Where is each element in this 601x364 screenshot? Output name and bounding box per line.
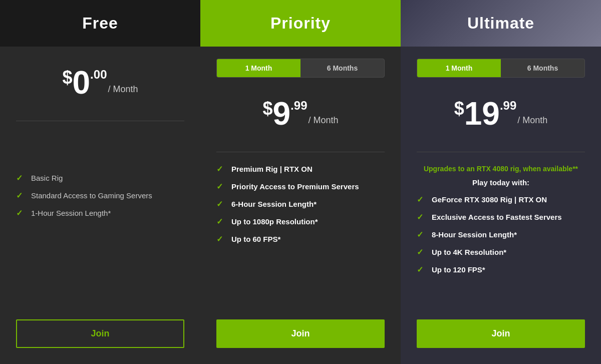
ultimate-plan-title: Ultimate xyxy=(467,14,534,32)
ultimate-price-section: $ 19 .99 / Month xyxy=(417,90,585,138)
free-price-main: 0 xyxy=(73,67,91,99)
check-icon: ✓ xyxy=(417,212,426,222)
priority-billing-toggle: 1 Month 6 Months xyxy=(216,59,385,78)
feature-text: 8-Hour Session Length* xyxy=(432,230,517,239)
plans-container: Free $ 0 .00 / Month ✓ Basic Rig ✓ xyxy=(0,0,601,364)
free-plan-header: Free xyxy=(0,0,200,47)
play-today-label: Play today with: xyxy=(417,178,585,187)
list-item: ✓ 1-Hour Session Length* xyxy=(16,208,184,218)
plan-ultimate: Ultimate 1 Month 6 Months $ 19 .99 / Mon… xyxy=(401,0,601,364)
list-item: ✓ Up to 60 FPS* xyxy=(216,234,385,244)
priority-price-display: $ 9 .99 / Month xyxy=(216,98,385,130)
free-plan-title: Free xyxy=(82,14,118,32)
priority-plan-header: Priority xyxy=(200,0,401,47)
ultimate-price-main: 19 xyxy=(464,98,500,130)
check-icon: ✓ xyxy=(216,182,225,191)
priority-divider xyxy=(216,152,385,152)
list-item: ✓ 8-Hour Session Length* xyxy=(417,230,585,239)
feature-text: Standard Access to Gaming Servers xyxy=(31,191,152,200)
plan-priority: Priority 1 Month 6 Months $ 9 .99 / Mont… xyxy=(200,0,401,364)
free-price-dollar: $ xyxy=(62,69,72,87)
ultimate-toggle-1month[interactable]: 1 Month xyxy=(417,59,501,77)
priority-price-section: $ 9 .99 / Month xyxy=(216,90,385,138)
feature-text: Priority Access to Premium Servers xyxy=(231,182,359,191)
free-price-period: / Month xyxy=(108,84,138,95)
list-item: ✓ Basic Rig xyxy=(16,173,184,183)
feature-text: 6-Hour Session Length* xyxy=(231,200,317,208)
list-item: ✓ GeForce RTX 3080 Rig | RTX ON xyxy=(417,195,585,204)
feature-text: Basic Rig xyxy=(31,174,63,182)
ultimate-price-dollar: $ xyxy=(454,100,464,118)
ultimate-plan-body: 1 Month 6 Months $ 19 .99 / Month Upgrad… xyxy=(401,47,601,364)
feature-text: Premium Rig | RTX ON xyxy=(231,165,313,173)
priority-features-list: ✓ Premium Rig | RTX ON ✓ Priority Access… xyxy=(216,164,385,303)
feature-text: Up to 120 FPS* xyxy=(432,265,485,274)
priority-price-main: 9 xyxy=(273,98,291,130)
feature-text: Exclusive Access to Fastest Servers xyxy=(432,213,562,221)
priority-plan-body: 1 Month 6 Months $ 9 .99 / Month ✓ Premi… xyxy=(200,47,401,364)
free-price-section: $ 0 .00 / Month xyxy=(16,59,184,107)
priority-plan-title: Priority xyxy=(270,14,331,32)
list-item: ✓ Up to 1080p Resolution* xyxy=(216,217,385,226)
check-icon: ✓ xyxy=(16,191,25,200)
check-icon: ✓ xyxy=(16,173,25,183)
ultimate-price-cents: .99 xyxy=(500,100,516,112)
priority-toggle-1month[interactable]: 1 Month xyxy=(217,59,300,77)
check-icon: ✓ xyxy=(417,265,426,274)
plan-free: Free $ 0 .00 / Month ✓ Basic Rig ✓ xyxy=(0,0,200,364)
priority-price-dollar: $ xyxy=(262,100,272,118)
check-icon: ✓ xyxy=(216,199,225,209)
check-icon: ✓ xyxy=(16,208,25,218)
ultimate-billing-toggle: 1 Month 6 Months xyxy=(417,59,585,78)
priority-price-period: / Month xyxy=(308,115,338,126)
free-features-list: ✓ Basic Rig ✓ Standard Access to Gaming … xyxy=(16,173,184,303)
priority-join-button[interactable]: Join xyxy=(216,319,385,348)
list-item: ✓ Exclusive Access to Fastest Servers xyxy=(417,212,585,222)
feature-text: Up to 60 FPS* xyxy=(231,235,280,243)
list-item: ✓ Priority Access to Premium Servers xyxy=(216,182,385,191)
list-item: ✓ Up to 120 FPS* xyxy=(417,265,585,274)
ultimate-divider xyxy=(417,152,585,152)
feature-text: Up to 1080p Resolution* xyxy=(231,217,318,226)
ultimate-price-period: / Month xyxy=(517,115,547,126)
free-price-cents: .00 xyxy=(90,69,107,81)
ultimate-toggle-6months[interactable]: 6 Months xyxy=(501,59,584,77)
free-divider xyxy=(16,121,184,121)
check-icon: ✓ xyxy=(216,234,225,244)
list-item: ✓ 6-Hour Session Length* xyxy=(216,199,385,209)
ultimate-join-button[interactable]: Join xyxy=(417,319,585,348)
feature-text: GeForce RTX 3080 Rig | RTX ON xyxy=(432,195,547,204)
priority-toggle-6months[interactable]: 6 Months xyxy=(300,59,384,77)
check-icon: ✓ xyxy=(417,195,426,204)
free-plan-body: $ 0 .00 / Month ✓ Basic Rig ✓ Standard A… xyxy=(0,47,200,364)
feature-text: Up to 4K Resolution* xyxy=(432,248,506,256)
list-item: ✓ Premium Rig | RTX ON xyxy=(216,164,385,174)
free-join-button[interactable]: Join xyxy=(16,319,184,348)
feature-text: 1-Hour Session Length* xyxy=(31,209,111,217)
list-item: ✓ Standard Access to Gaming Servers xyxy=(16,191,184,200)
check-icon: ✓ xyxy=(417,247,426,257)
check-icon: ✓ xyxy=(417,230,426,239)
list-item: ✓ Up to 4K Resolution* xyxy=(417,247,585,257)
ultimate-plan-header: Ultimate xyxy=(401,0,601,47)
free-price-display: $ 0 .00 / Month xyxy=(16,67,184,99)
check-icon: ✓ xyxy=(216,164,225,174)
priority-price-cents: .99 xyxy=(290,100,307,112)
check-icon: ✓ xyxy=(216,217,225,226)
ultimate-price-display: $ 19 .99 / Month xyxy=(417,98,585,130)
free-spacer xyxy=(16,133,184,173)
upgrade-note: Upgrades to an RTX 4080 rig, when availa… xyxy=(417,164,585,174)
ultimate-features-list: ✓ GeForce RTX 3080 Rig | RTX ON ✓ Exclus… xyxy=(417,195,585,303)
